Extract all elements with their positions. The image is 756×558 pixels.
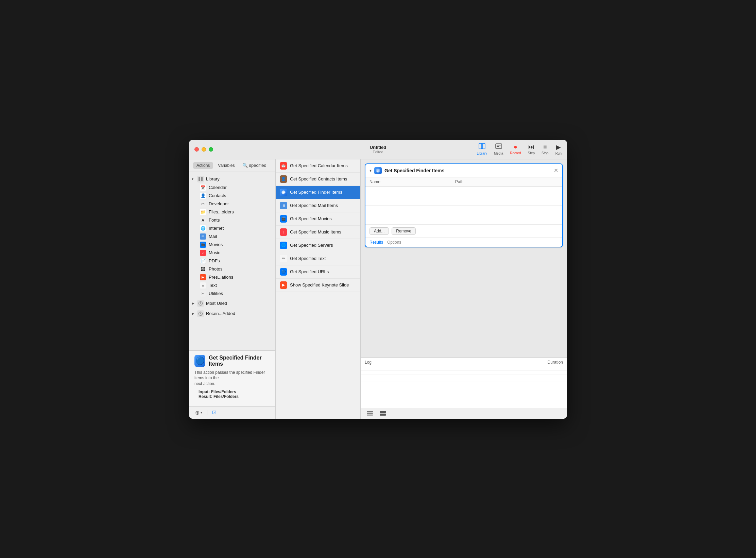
action-list: 📅 Get Specified Calendar Items 👤 Get Spe… [276, 159, 361, 419]
movies-icon: 🎬 [200, 242, 206, 248]
window-title-main: Untitled [370, 145, 386, 150]
verify-button[interactable]: ☑ [210, 409, 219, 416]
action-item-servers[interactable]: 🌐 Get Specified Servers [276, 239, 360, 252]
col-name-header: Name [365, 177, 451, 187]
svg-rect-6 [201, 177, 203, 181]
sidebar-item-text[interactable]: ≡ Text [190, 281, 274, 290]
card-collapse-icon[interactable]: ▾ [370, 168, 372, 173]
most-used-label: Most Used [206, 301, 227, 306]
action-servers-icon: 🌐 [280, 242, 287, 249]
input-value: Files/Folders [211, 389, 236, 394]
table-row [365, 205, 562, 215]
media-icon [495, 143, 502, 151]
run-button[interactable]: ▶ Run [555, 143, 562, 155]
action-item-text[interactable]: ✏ Get Specified Text [276, 252, 360, 265]
media-button[interactable]: Media [494, 143, 503, 155]
action-item-urls[interactable]: 🔵 Get Specified URLs [276, 265, 360, 279]
sidebar-item-calendar[interactable]: 📅 Calendar [190, 184, 274, 192]
action-item-finder[interactable]: Get Specified Finder Items [276, 186, 360, 199]
close-button[interactable] [194, 147, 199, 152]
recently-added-header[interactable]: ▶ Recen...Added [190, 309, 274, 318]
record-button[interactable]: ● Record [510, 143, 521, 155]
tab-actions[interactable]: Actions [193, 162, 213, 169]
step-button[interactable]: ⏭ Step [528, 143, 535, 155]
sidebar-item-internet[interactable]: 🌐 Internet [190, 224, 274, 232]
svg-rect-11 [367, 411, 373, 412]
table-body [365, 186, 562, 224]
sidebar-item-contacts[interactable]: 👤 Contacts [190, 192, 274, 200]
info-title: Get Specified Finder Items [209, 355, 270, 367]
list-view-button[interactable] [365, 410, 375, 416]
sidebar-item-utilities[interactable]: ✂ Utilities [190, 290, 274, 298]
sidebar-item-presentations[interactable]: ▶ Pres...ations [190, 273, 274, 281]
svg-rect-3 [497, 145, 501, 145]
options-tab[interactable]: Options [387, 240, 401, 245]
most-used-header[interactable]: ▶ Most Used [190, 299, 274, 308]
action-music-label: Get Specified Music Items [290, 229, 341, 234]
action-item-music[interactable]: ♪ Get Specified Music Items [276, 226, 360, 239]
action-contacts-icon: 👤 [280, 175, 287, 183]
content-area: ▾ Get Specified Finder Items ✕ [361, 159, 567, 419]
action-item-contacts[interactable]: 👤 Get Specified Contacts Items [276, 173, 360, 186]
col-path-header: Path [451, 177, 526, 187]
plus-icon: ⊕ [195, 409, 200, 416]
photos-icon: 🖼 [200, 266, 206, 272]
pdfs-label: PDFs [209, 258, 220, 263]
sidebar-tabs: Actions Variables 🔍 ⊗ [189, 159, 275, 172]
stop-button[interactable]: ■ Stop [542, 143, 549, 155]
log-row [361, 378, 567, 382]
library-button[interactable]: Library [477, 143, 487, 155]
library-section-icon [197, 176, 204, 182]
text-icon: ≡ [200, 282, 206, 289]
mail-icon: ✉ [200, 233, 206, 240]
utilities-icon: ✂ [200, 291, 206, 297]
text-label: Text [209, 283, 217, 288]
media-label: Media [494, 152, 503, 155]
action-item-movies[interactable]: 🎬 Get Specified Movies [276, 212, 360, 226]
table-header-row: Name Path [365, 177, 562, 187]
results-tab[interactable]: Results [370, 240, 383, 245]
sidebar-list: ▾ Library 📅 Cale [189, 172, 275, 321]
remove-button[interactable]: Remove [392, 227, 416, 235]
col-extra-header [526, 177, 562, 187]
card-title: Get Specified Finder Items [384, 168, 551, 173]
split-view-button[interactable] [378, 410, 388, 416]
sidebar-item-photos[interactable]: 🖼 Photos [190, 265, 274, 273]
recently-added-label: Recen...Added [206, 311, 235, 316]
action-calendar-label: Get Specified Calendar Items [290, 163, 348, 168]
action-item-calendar[interactable]: 📅 Get Specified Calendar Items [276, 159, 360, 173]
stop-icon: ■ [543, 143, 547, 151]
step-label: Step [528, 151, 535, 155]
presentations-label: Pres...ations [209, 275, 233, 280]
run-label: Run [555, 152, 562, 155]
sidebar-item-mail[interactable]: ✉ Mail [190, 232, 274, 241]
sidebar-item-music[interactable]: ♪ Music [190, 249, 274, 257]
sidebar-item-developer[interactable]: ✂ Developer [190, 200, 274, 208]
library-icon [479, 143, 485, 151]
info-icon: 🔵 [194, 355, 205, 367]
add-button[interactable]: Add... [370, 227, 389, 235]
result-value: Files/Folders [213, 394, 239, 399]
tab-variables[interactable]: Variables [214, 162, 238, 169]
minimize-button[interactable] [202, 147, 206, 152]
action-urls-icon: 🔵 [280, 268, 287, 276]
action-item-mail[interactable]: 🖥 Get Specified Mail Items [276, 199, 360, 212]
add-button[interactable]: ⊕ ▾ [193, 409, 204, 417]
presentations-icon: ▶ [200, 274, 206, 280]
files-icon: 📁 [200, 209, 206, 215]
sidebar-item-fonts[interactable]: A Fonts [190, 216, 274, 224]
card-close-icon[interactable]: ✕ [554, 167, 558, 174]
chevron-small-icon: ▾ [201, 411, 202, 414]
traffic-lights [194, 147, 213, 152]
sidebar-item-movies[interactable]: 🎬 Movies [190, 241, 274, 249]
movies-label: Movies [209, 242, 223, 247]
maximize-button[interactable] [209, 147, 213, 152]
sidebar-item-pdfs[interactable]: 📄 PDFs [190, 257, 274, 265]
log-duration-header: Duration [522, 360, 563, 365]
library-section-header[interactable]: ▾ Library [190, 175, 274, 184]
action-item-keynote[interactable]: ▶ Show Specified Keynote Slide [276, 279, 360, 292]
action-finder-icon [280, 189, 287, 196]
music-icon: ♪ [200, 250, 206, 256]
contacts-icon: 👤 [200, 193, 206, 199]
sidebar-item-files[interactable]: 📁 Files...olders [190, 208, 274, 216]
